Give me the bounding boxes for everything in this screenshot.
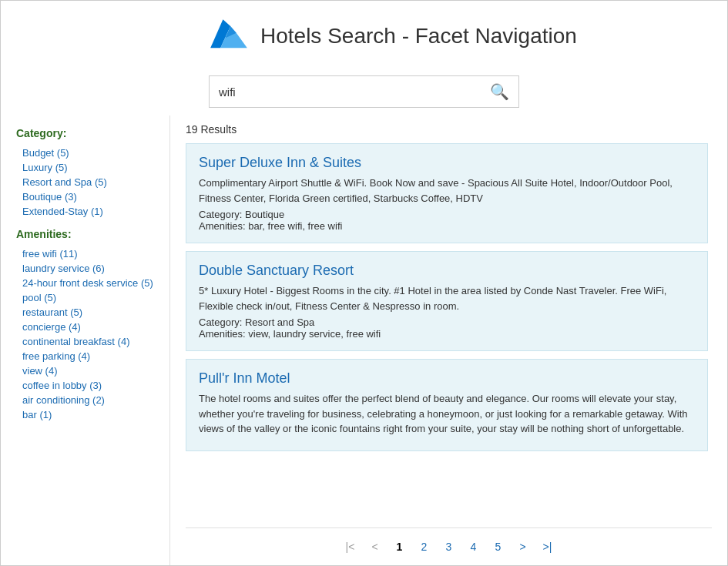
pagination-prev[interactable]: <	[364, 538, 386, 556]
pagination-page-4[interactable]: 4	[463, 538, 485, 556]
result-category-1: Category: Boutique	[199, 209, 695, 220]
pagination-first[interactable]: |<	[340, 538, 361, 556]
facet-amenity-view[interactable]: view (4)	[16, 363, 154, 378]
search-input[interactable]	[210, 78, 481, 106]
facet-amenity-restaurant[interactable]: restaurant (5)	[16, 305, 154, 320]
result-description-2: 5* Luxury Hotel - Biggest Rooms in the c…	[199, 283, 695, 313]
pagination: |< < 1 2 3 4 5 > >|	[186, 527, 712, 565]
facet-amenity-continental-breakfast[interactable]: continental breakfast (4)	[16, 334, 154, 349]
facet-category-resort-spa[interactable]: Resort and Spa (5)	[16, 175, 154, 189]
facet-amenity-free-wifi[interactable]: free wifi (11)	[16, 246, 154, 261]
result-card-3: Pull'r Inn Motel The hotel rooms and sui…	[186, 359, 708, 451]
search-button[interactable]: 🔍	[481, 76, 518, 107]
result-amenities-1: Amenities: bar, free wifi, free wifi	[199, 220, 695, 232]
search-bar: 🔍	[209, 75, 519, 108]
pagination-page-1[interactable]: 1	[389, 538, 411, 556]
pagination-page-3[interactable]: 3	[438, 538, 460, 556]
facet-amenity-laundry[interactable]: laundry service (6)	[16, 261, 154, 276]
facet-amenity-bar[interactable]: bar (1)	[16, 407, 154, 422]
category-title: Category:	[16, 127, 154, 139]
app-title: Hotels Search - Facet Navigation	[260, 24, 577, 49]
azure-logo	[209, 16, 249, 56]
facet-amenity-front-desk[interactable]: 24-hour front desk service (5)	[16, 276, 154, 290]
result-description-1: Complimentary Airport Shuttle & WiFi. Bo…	[199, 176, 695, 206]
facet-category-luxury[interactable]: Luxury (5)	[16, 160, 154, 175]
pagination-page-2[interactable]: 2	[414, 538, 435, 556]
result-card-1: Super Deluxe Inn & Suites Complimentary …	[186, 143, 708, 243]
facet-amenity-pool[interactable]: pool (5)	[16, 290, 154, 305]
pagination-next[interactable]: >	[512, 538, 534, 556]
result-category-2: Category: Resort and Spa	[199, 316, 695, 328]
facet-amenity-concierge[interactable]: concierge (4)	[16, 320, 154, 334]
pagination-page-5[interactable]: 5	[488, 538, 509, 556]
facet-category-boutique[interactable]: Boutique (3)	[16, 189, 154, 204]
result-description-3: The hotel rooms and suites offer the per…	[199, 391, 695, 437]
facet-amenity-air-conditioning[interactable]: air conditioning (2)	[16, 393, 154, 407]
facet-category-extended-stay[interactable]: Extended-Stay (1)	[16, 204, 154, 219]
result-card-2: Double Sanctuary Resort 5* Luxury Hotel …	[186, 251, 708, 351]
facet-category-budget[interactable]: Budget (5)	[16, 146, 154, 160]
results-list: Super Deluxe Inn & Suites Complimentary …	[186, 143, 712, 524]
result-title-1[interactable]: Super Deluxe Inn & Suites	[199, 155, 695, 171]
facet-amenity-coffee-lobby[interactable]: coffee in lobby (3)	[16, 378, 154, 393]
result-title-3[interactable]: Pull'r Inn Motel	[199, 370, 695, 387]
pagination-last[interactable]: >|	[537, 538, 559, 556]
result-amenities-2: Amenities: view, laundry service, free w…	[199, 328, 695, 340]
amenities-title: Amenities:	[16, 228, 154, 240]
results-count: 19 Results	[186, 123, 712, 136]
sidebar: Category: Budget (5) Luxury (5) Resort a…	[1, 116, 170, 565]
result-title-2[interactable]: Double Sanctuary Resort	[199, 263, 695, 279]
facet-amenity-free-parking[interactable]: free parking (4)	[16, 349, 154, 363]
results-area: 19 Results Super Deluxe Inn & Suites Com…	[170, 116, 727, 565]
